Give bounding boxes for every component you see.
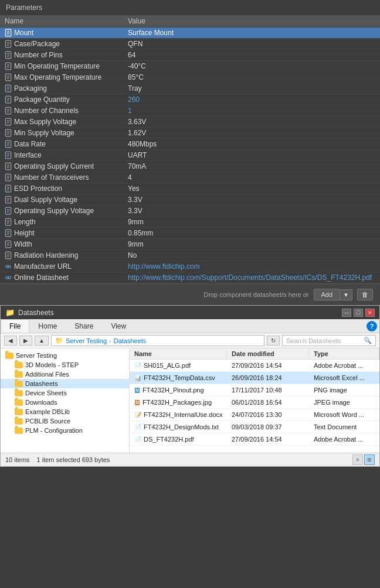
list-view-button[interactable]: ≡ — [352, 454, 363, 465]
tab-home[interactable]: Home — [29, 319, 66, 333]
address-bar: ◀ ▶ ▲ 📁 Server Testing › Datasheets ↻ Se… — [1, 333, 379, 348]
tab-view[interactable]: View — [102, 319, 135, 333]
file-type-icon: 📄 — [134, 423, 141, 430]
file-row-5[interactable]: 📄 FT4232H_DesignMods.txt 09/03/2018 09:3… — [130, 421, 379, 433]
param-name-cell: Online Datasheet — [0, 272, 123, 283]
param-row-19[interactable]: Width9mm — [0, 239, 380, 250]
file-row-3[interactable]: 🖼 FT4232H_Packages.jpg 06/01/2018 16:54 … — [130, 396, 379, 409]
file-row-0[interactable]: 📄 SH015_ALG.pdf 27/09/2016 14:54 Adobe A… — [130, 360, 379, 372]
delete-button[interactable]: 🗑 — [357, 289, 373, 300]
param-row-4[interactable]: Max Operating Temperature85°C — [0, 72, 380, 83]
tab-share[interactable]: Share — [66, 319, 102, 333]
tree-item-8[interactable]: PLM - Configuration — [1, 426, 129, 435]
maximize-button[interactable]: ☐ — [354, 309, 363, 317]
file-row-2[interactable]: 🖼 FT4232H_Pinout.png 17/11/2017 10:48 PN… — [130, 384, 379, 396]
param-row-22[interactable]: Online Datasheethttp://www.ftdichip.com/… — [0, 272, 380, 283]
tab-file[interactable]: File — [1, 319, 29, 333]
param-row-5[interactable]: PackagingTray — [0, 83, 380, 94]
tree-item-3[interactable]: Datasheets — [1, 379, 129, 388]
param-row-13[interactable]: Number of Transceivers4 — [0, 172, 380, 183]
doc-icon — [5, 162, 12, 170]
file-date-cell: 26/09/2016 18:24 — [227, 373, 309, 382]
minimize-button[interactable]: — — [342, 309, 351, 317]
file-row-1[interactable]: 📊 FT4232H_TempData.csv 26/09/2016 18:24 … — [130, 372, 379, 384]
doc-icon — [5, 107, 12, 115]
drop-zone-text: Drop component datasheet/s here or — [203, 291, 308, 298]
tree-item-0[interactable]: Server Testing — [1, 351, 129, 360]
tree-item-2[interactable]: Additional Files — [1, 370, 129, 379]
param-value-cell: 9mm — [123, 239, 380, 250]
param-value-cell: UART — [123, 150, 380, 161]
folder-icon — [15, 390, 23, 396]
param-row-18[interactable]: Height0.85mm — [0, 228, 380, 239]
param-row-10[interactable]: Data Rate480Mbps — [0, 139, 380, 150]
link-icon — [5, 263, 12, 270]
file-row-6[interactable]: 📄 DS_FT4232H.pdf 27/09/2016 14:54 Adobe … — [130, 433, 379, 446]
tree-label: PCBLIB Source — [25, 418, 70, 425]
search-placeholder: Search Datasheets — [286, 337, 341, 344]
file-type-cell: JPEG image — [309, 398, 379, 407]
param-row-20[interactable]: Radiation HardeningNo — [0, 250, 380, 261]
help-button[interactable]: ? — [367, 321, 377, 331]
col-header-date[interactable]: Date modified — [227, 348, 309, 359]
param-row-2[interactable]: Number of Pins64 — [0, 50, 380, 61]
param-name-cell: Data Rate — [0, 139, 123, 150]
param-row-12[interactable]: Operating Supply Current70mA — [0, 161, 380, 172]
refresh-button[interactable]: ↻ — [267, 336, 280, 346]
tree-item-6[interactable]: Example DBLib — [1, 407, 129, 416]
explorer-window: 📁 Datasheets — ☐ ✕ File Home Share View … — [0, 305, 380, 467]
param-row-17[interactable]: Length9mm — [0, 217, 380, 228]
browser-main: Server Testing 3D Models - STEP Addition… — [1, 348, 379, 453]
back-button[interactable]: ◀ — [4, 336, 17, 346]
param-value-cell: 1.62V — [123, 128, 380, 139]
add-dropdown-button[interactable]: ▼ — [340, 289, 352, 300]
file-name-cell: 🖼 FT4232H_Packages.jpg — [130, 398, 227, 407]
file-type-icon: 📊 — [134, 374, 141, 381]
param-row-8[interactable]: Max Supply Voltage3.63V — [0, 117, 380, 128]
file-date-cell: 27/09/2016 14:54 — [227, 361, 309, 370]
param-row-16[interactable]: Operating Supply Voltage3.3V — [0, 206, 380, 217]
file-type-icon: 📄 — [134, 362, 141, 369]
close-button[interactable]: ✕ — [365, 309, 375, 317]
param-row-11[interactable]: InterfaceUART — [0, 150, 380, 161]
address-path[interactable]: 📁 Server Testing › Datasheets — [51, 335, 264, 346]
param-value-cell: http://www.ftdichip.com/Support/Document… — [123, 272, 380, 283]
up-button[interactable]: ▲ — [35, 336, 49, 346]
search-box[interactable]: Search Datasheets 🔍 — [282, 335, 376, 346]
file-type-cell: Text Document — [309, 422, 379, 432]
param-row-6[interactable]: Package Quantity260 — [0, 94, 380, 105]
tree-item-4[interactable]: Device Sheets — [1, 388, 129, 398]
param-row-3[interactable]: Min Operating Temperature-40°C — [0, 61, 380, 72]
tree-label: Device Sheets — [25, 389, 67, 396]
param-row-21[interactable]: Manufacturer URLhttp://www.ftdichip.com — [0, 261, 380, 272]
param-name: Max Operating Temperature — [14, 73, 101, 81]
file-type-cell: Adobe Acrobat ... — [309, 361, 379, 370]
file-row-4[interactable]: 📝 FT4232H_InternalUse.docx 24/07/2016 13… — [130, 409, 379, 421]
tree-item-1[interactable]: 3D Models - STEP — [1, 360, 129, 370]
drop-zone: Drop component datasheet/s here or Add ▼… — [0, 283, 380, 305]
tree-item-7[interactable]: PCBLIB Source — [1, 416, 129, 426]
param-link-value[interactable]: http://www.ftdichip.com/Support/Document… — [128, 274, 372, 282]
param-link-value[interactable]: http://www.ftdichip.com — [128, 262, 200, 271]
detail-view-button[interactable]: ⊞ — [364, 454, 375, 465]
col-header-name[interactable]: Name — [130, 348, 227, 359]
param-name: Mount — [14, 29, 33, 37]
doc-icon — [5, 251, 12, 259]
col-header-type[interactable]: Type — [309, 348, 379, 359]
param-row-7[interactable]: Number of Channels1 — [0, 105, 380, 117]
tree-label: Server Testing — [16, 352, 57, 359]
param-row-0[interactable]: MountSurface Mount — [0, 28, 380, 39]
folder-tree: Server Testing 3D Models - STEP Addition… — [1, 348, 130, 453]
param-row-1[interactable]: Case/PackageQFN — [0, 39, 380, 50]
doc-icon — [5, 151, 12, 159]
file-name-cell: 📄 DS_FT4232H.pdf — [130, 435, 227, 444]
param-row-14[interactable]: ESD ProtectionYes — [0, 183, 380, 194]
search-icon[interactable]: 🔍 — [364, 337, 372, 344]
forward-button[interactable]: ▶ — [19, 336, 32, 346]
param-row-9[interactable]: Min Supply Voltage1.62V — [0, 128, 380, 139]
doc-icon — [5, 140, 12, 148]
add-button[interactable]: Add — [314, 289, 340, 300]
param-row-15[interactable]: Dual Supply Voltage3.3V — [0, 194, 380, 206]
tree-item-5[interactable]: Downloads — [1, 398, 129, 407]
param-name-cell: Max Operating Temperature — [0, 72, 123, 83]
